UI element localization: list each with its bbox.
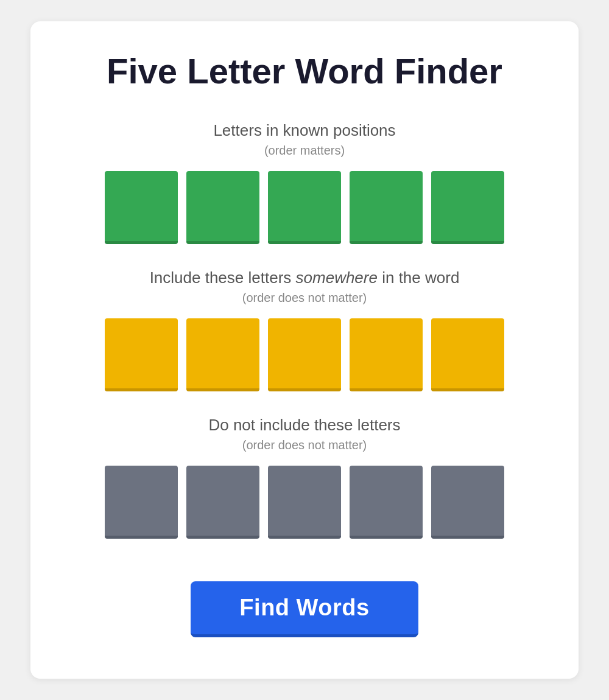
find-words-button[interactable]: Find Words [191, 581, 418, 637]
gray-tile-2[interactable] [186, 466, 259, 539]
exclude-tiles [105, 466, 504, 539]
somewhere-title: Include these letters somewhere in the w… [150, 268, 460, 287]
gray-tile-1[interactable] [105, 466, 178, 539]
exclude-section: Do not include these letters (order does… [67, 416, 542, 539]
exclude-title: Do not include these letters [208, 416, 400, 435]
somewhere-title-after: in the word [378, 268, 459, 287]
known-positions-section: Letters in known positions (order matter… [67, 121, 542, 244]
green-tile-2[interactable] [186, 171, 259, 244]
green-tile-5[interactable] [431, 171, 504, 244]
page-title: Five Letter Word Finder [107, 52, 502, 91]
main-card: Five Letter Word Finder Letters in known… [30, 21, 579, 679]
known-positions-tiles [105, 171, 504, 244]
somewhere-subtitle: (order does not matter) [242, 291, 367, 305]
known-positions-subtitle: (order matters) [264, 144, 345, 158]
gray-tile-5[interactable] [431, 466, 504, 539]
gray-tile-4[interactable] [350, 466, 423, 539]
green-tile-4[interactable] [350, 171, 423, 244]
green-tile-1[interactable] [105, 171, 178, 244]
somewhere-title-before: Include these letters [150, 268, 296, 287]
yellow-tile-3[interactable] [268, 318, 341, 391]
yellow-tile-1[interactable] [105, 318, 178, 391]
exclude-subtitle: (order does not matter) [242, 438, 367, 452]
yellow-tile-4[interactable] [350, 318, 423, 391]
yellow-tile-2[interactable] [186, 318, 259, 391]
green-tile-3[interactable] [268, 171, 341, 244]
gray-tile-3[interactable] [268, 466, 341, 539]
known-positions-title: Letters in known positions [213, 121, 395, 140]
somewhere-tiles [105, 318, 504, 391]
somewhere-title-em: somewhere [296, 268, 378, 287]
somewhere-section: Include these letters somewhere in the w… [67, 268, 542, 391]
yellow-tile-5[interactable] [431, 318, 504, 391]
